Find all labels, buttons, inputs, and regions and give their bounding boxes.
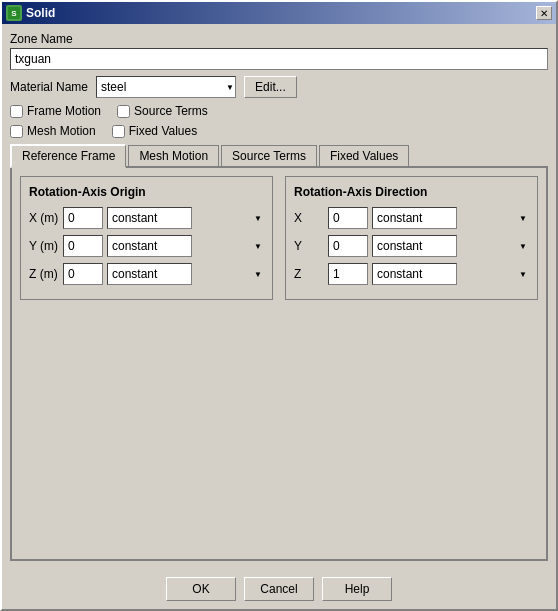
checkboxes-row2: Mesh Motion Fixed Values: [10, 124, 548, 138]
origin-y-select-wrapper: constant expression profile ▼: [107, 235, 264, 257]
source-terms-checkbox[interactable]: [117, 105, 130, 118]
origin-y-arrow: ▼: [254, 242, 262, 251]
mesh-motion-label: Mesh Motion: [27, 124, 96, 138]
direction-z-select-wrapper: constant expression profile ▼: [372, 263, 529, 285]
tab-fixed-values[interactable]: Fixed Values: [319, 145, 409, 166]
cancel-button[interactable]: Cancel: [244, 577, 314, 601]
direction-z-arrow: ▼: [519, 270, 527, 279]
fixed-values-label: Fixed Values: [129, 124, 197, 138]
direction-x-input[interactable]: [328, 207, 368, 229]
origin-z-select-wrapper: constant expression profile ▼: [107, 263, 264, 285]
window-title: Solid: [26, 6, 55, 20]
direction-z-row: Z constant expression profile ▼: [294, 263, 529, 285]
rotation-axis-origin-title: Rotation-Axis Origin: [29, 185, 264, 199]
direction-y-select-wrapper: constant expression profile ▼: [372, 235, 529, 257]
frame-motion-checkbox[interactable]: [10, 105, 23, 118]
mesh-motion-checkbox-item: Mesh Motion: [10, 124, 96, 138]
origin-x-select-wrapper: constant expression profile ▼: [107, 207, 264, 229]
window-content: Zone Name Material Name steel aluminum c…: [2, 24, 556, 569]
material-select-wrapper: steel aluminum copper ▼: [96, 76, 236, 98]
fixed-values-checkbox-item: Fixed Values: [112, 124, 197, 138]
source-terms-label: Source Terms: [134, 104, 208, 118]
fixed-values-checkbox[interactable]: [112, 125, 125, 138]
direction-x-row: X constant expression profile ▼: [294, 207, 529, 229]
origin-y-input[interactable]: [63, 235, 103, 257]
zone-name-section: Zone Name: [10, 32, 548, 70]
material-name-label: Material Name: [10, 80, 88, 94]
source-terms-checkbox-item: Source Terms: [117, 104, 208, 118]
frame-motion-checkbox-item: Frame Motion: [10, 104, 101, 118]
direction-y-input[interactable]: [328, 235, 368, 257]
mesh-motion-checkbox[interactable]: [10, 125, 23, 138]
direction-x-label: X: [294, 211, 324, 225]
close-button[interactable]: ✕: [536, 6, 552, 20]
edit-button[interactable]: Edit...: [244, 76, 297, 98]
origin-z-row: Z (m) constant expression profile ▼: [29, 263, 264, 285]
origin-x-input[interactable]: [63, 207, 103, 229]
zone-name-label: Zone Name: [10, 32, 548, 46]
direction-y-label: Y: [294, 239, 324, 253]
direction-z-label: Z: [294, 267, 324, 281]
tab-content-reference-frame: Rotation-Axis Origin X (m) constant expr…: [10, 168, 548, 561]
direction-x-method-select[interactable]: constant expression profile: [372, 207, 457, 229]
direction-x-select-wrapper: constant expression profile ▼: [372, 207, 529, 229]
origin-x-label: X (m): [29, 211, 59, 225]
origin-x-arrow: ▼: [254, 214, 262, 223]
title-bar-left: S Solid: [6, 5, 55, 21]
origin-x-row: X (m) constant expression profile ▼: [29, 207, 264, 229]
frame-motion-label: Frame Motion: [27, 104, 101, 118]
tab-mesh-motion[interactable]: Mesh Motion: [128, 145, 219, 166]
direction-y-method-select[interactable]: constant expression profile: [372, 235, 457, 257]
axis-panels: Rotation-Axis Origin X (m) constant expr…: [20, 176, 538, 300]
footer: OK Cancel Help: [2, 569, 556, 609]
title-bar: S Solid ✕: [2, 2, 556, 24]
tabs-header: Reference Frame Mesh Motion Source Terms…: [10, 144, 548, 168]
origin-y-row: Y (m) constant expression profile ▼: [29, 235, 264, 257]
tab-reference-frame[interactable]: Reference Frame: [10, 144, 126, 168]
tabs-panel: Reference Frame Mesh Motion Source Terms…: [10, 144, 548, 561]
origin-x-method-select[interactable]: constant expression profile: [107, 207, 192, 229]
origin-z-method-select[interactable]: constant expression profile: [107, 263, 192, 285]
origin-z-arrow: ▼: [254, 270, 262, 279]
tab-source-terms[interactable]: Source Terms: [221, 145, 317, 166]
svg-text:S: S: [11, 9, 17, 18]
direction-y-row: Y constant expression profile ▼: [294, 235, 529, 257]
direction-x-arrow: ▼: [519, 214, 527, 223]
direction-z-method-select[interactable]: constant expression profile: [372, 263, 457, 285]
material-select[interactable]: steel aluminum copper: [96, 76, 236, 98]
origin-y-method-select[interactable]: constant expression profile: [107, 235, 192, 257]
zone-name-input[interactable]: [10, 48, 548, 70]
origin-y-label: Y (m): [29, 239, 59, 253]
solid-dialog: S Solid ✕ Zone Name Material Name steel …: [0, 0, 558, 611]
rotation-axis-direction-panel: Rotation-Axis Direction X constant expre…: [285, 176, 538, 300]
rotation-axis-direction-title: Rotation-Axis Direction: [294, 185, 529, 199]
origin-z-input[interactable]: [63, 263, 103, 285]
direction-y-arrow: ▼: [519, 242, 527, 251]
origin-z-label: Z (m): [29, 267, 59, 281]
direction-z-input[interactable]: [328, 263, 368, 285]
ok-button[interactable]: OK: [166, 577, 236, 601]
rotation-axis-origin-panel: Rotation-Axis Origin X (m) constant expr…: [20, 176, 273, 300]
app-icon: S: [6, 5, 22, 21]
help-button[interactable]: Help: [322, 577, 392, 601]
checkboxes-row1: Frame Motion Source Terms: [10, 104, 548, 118]
material-name-section: Material Name steel aluminum copper ▼ Ed…: [10, 76, 548, 98]
